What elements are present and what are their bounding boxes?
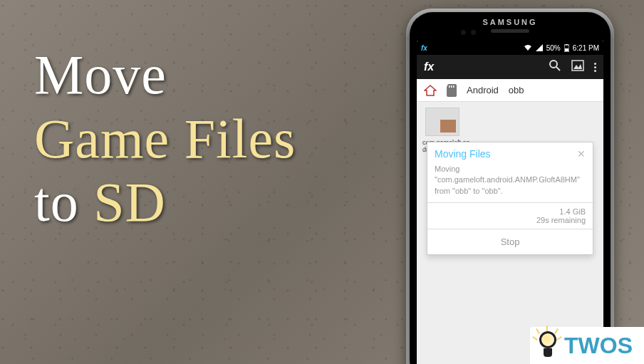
- sensors: [461, 30, 466, 35]
- dialog-line-filename: "com.gameloft.android.ANMP.GloftA8HM": [435, 175, 586, 185]
- app-logo[interactable]: fx: [424, 61, 434, 73]
- gallery-icon[interactable]: [571, 60, 584, 74]
- wifi-icon: [524, 44, 532, 51]
- title-highlight-2: SD: [93, 171, 166, 233]
- phone-bezel: SAMSUNG fx 50%: [410, 12, 611, 364]
- svg-rect-8: [449, 85, 450, 88]
- svg-rect-2: [565, 48, 568, 51]
- svg-line-4: [556, 67, 560, 71]
- title-line-3: to SD: [34, 170, 296, 234]
- search-icon[interactable]: [549, 59, 561, 75]
- breadcrumb-bar: Android obb: [417, 79, 603, 102]
- dialog-stats: 1.4 GiB 29s remaining: [427, 203, 593, 229]
- breadcrumb-storage[interactable]: [447, 84, 457, 97]
- svg-rect-10: [453, 85, 455, 88]
- svg-marker-6: [573, 64, 582, 69]
- overflow-menu-icon[interactable]: [594, 63, 596, 72]
- android-status-bar: fx 50% 6:21 PM: [417, 41, 603, 55]
- status-app-icon: fx: [421, 44, 427, 52]
- lightbulb-icon: [537, 331, 559, 360]
- home-icon: [424, 85, 437, 96]
- signal-icon: [536, 44, 543, 51]
- sd-card-icon: [447, 84, 457, 97]
- moving-files-dialog: Moving Files ✕ Moving "com.gameloft.andr…: [427, 142, 593, 255]
- title-line-3-prefix: to: [34, 171, 93, 233]
- phone-screen: fx 50% 6:21 PM fx: [417, 41, 603, 364]
- overlay-title: Move Game Files to SD: [34, 43, 296, 234]
- breadcrumb-home[interactable]: [424, 85, 437, 96]
- title-line-1: Move: [34, 43, 296, 107]
- phone-frame: SAMSUNG fx 50%: [406, 9, 614, 364]
- dialog-title: Moving Files: [435, 148, 491, 160]
- svg-marker-7: [425, 85, 436, 95]
- svg-rect-9: [451, 85, 452, 88]
- app-bar: fx: [417, 55, 603, 79]
- battery-percent: 50%: [546, 44, 561, 52]
- status-time: 6:21 PM: [573, 44, 599, 52]
- breadcrumb-seg-obb[interactable]: obb: [509, 85, 524, 95]
- watermark-text: TWOS: [564, 333, 633, 359]
- file-grid: com.gameloft.android.ANMP.Gl Moving File…: [417, 102, 603, 364]
- dialog-eta: 29s remaining: [435, 216, 586, 224]
- folder-thumbnail-icon: [425, 108, 459, 136]
- dialog-line-moving: Moving: [435, 164, 586, 175]
- title-line-2: Game Files: [34, 107, 296, 171]
- title-highlight-1: Game Files: [34, 108, 296, 170]
- dialog-line-fromto: from "obb" to "obb".: [435, 186, 586, 197]
- dialog-body: Moving "com.gameloft.android.ANMP.GloftA…: [427, 162, 593, 202]
- dialog-size: 1.4 GiB: [435, 207, 586, 216]
- svg-point-3: [550, 61, 557, 68]
- battery-icon: [564, 44, 569, 52]
- watermark: TWOS: [530, 327, 644, 364]
- dialog-close-icon[interactable]: ✕: [577, 148, 586, 160]
- dialog-stop-button[interactable]: Stop: [427, 229, 593, 254]
- earpiece: [491, 29, 529, 33]
- breadcrumb-seg-android[interactable]: Android: [467, 85, 499, 95]
- phone-brand: SAMSUNG: [410, 18, 611, 26]
